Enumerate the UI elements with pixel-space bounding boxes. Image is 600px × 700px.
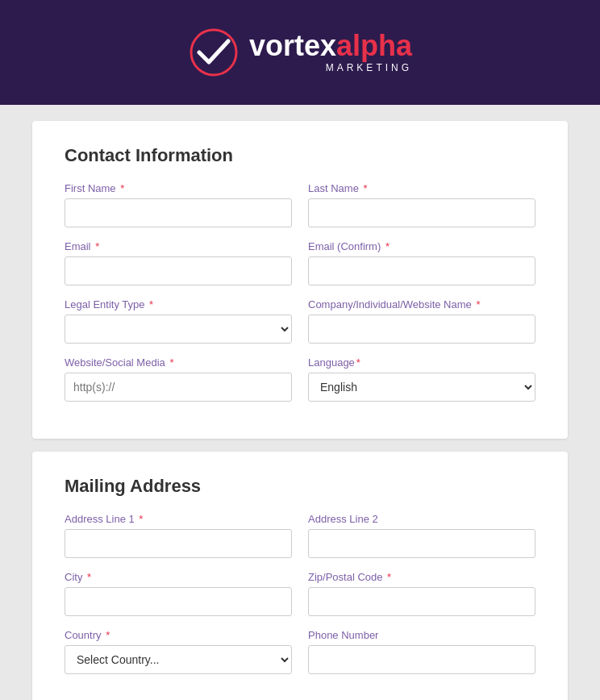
- zip-label: Zip/Postal Code *: [308, 571, 535, 583]
- email-required: *: [93, 240, 100, 252]
- company-name-label: Company/Individual/Website Name *: [308, 298, 535, 310]
- contact-information-card: Contact Information First Name * Last Na…: [32, 121, 568, 439]
- city-label: City *: [65, 571, 292, 583]
- website-language-row: Website/Social Media * Language* English…: [65, 356, 535, 402]
- email-group: Email *: [65, 240, 292, 285]
- phone-group: Phone Number: [308, 629, 535, 674]
- first-name-group: First Name *: [65, 182, 292, 227]
- address2-input[interactable]: [308, 529, 535, 558]
- language-required: *: [356, 356, 360, 369]
- email-label: Email *: [65, 240, 292, 252]
- last-name-required: *: [360, 182, 368, 194]
- city-input[interactable]: [65, 587, 292, 616]
- city-required: *: [84, 571, 91, 583]
- brand-alpha: alpha: [336, 29, 412, 62]
- city-zip-row: City * Zip/Postal Code *: [65, 571, 535, 616]
- last-name-group: Last Name *: [308, 182, 535, 227]
- language-label: Language*: [308, 356, 535, 369]
- company-name-input[interactable]: [308, 315, 535, 344]
- address1-required: *: [136, 513, 144, 525]
- country-select[interactable]: Select Country... United States Canada U…: [65, 645, 292, 674]
- address2-group: Address Line 2: [308, 513, 535, 558]
- address-row: Address Line 1 * Address Line 2: [65, 513, 535, 558]
- address2-label: Address Line 2: [308, 513, 535, 525]
- website-label: Website/Social Media *: [65, 356, 292, 369]
- logo: vortexalpha MARKETING: [188, 27, 412, 78]
- legal-entity-required: *: [147, 298, 154, 310]
- first-name-required: *: [118, 182, 125, 194]
- website-group: Website/Social Media *: [65, 356, 292, 402]
- email-confirm-label: Email (Confirm) *: [308, 240, 535, 252]
- email-confirm-required: *: [382, 240, 390, 252]
- email-row: Email * Email (Confirm) *: [65, 240, 535, 285]
- email-confirm-group: Email (Confirm) *: [308, 240, 535, 285]
- email-input[interactable]: [65, 256, 292, 285]
- website-required: *: [167, 356, 174, 369]
- first-name-label: First Name *: [65, 182, 292, 194]
- country-group: Country * Select Country... United State…: [65, 629, 292, 674]
- website-input[interactable]: [65, 373, 292, 402]
- legal-entity-label: Legal Entity Type *: [65, 298, 292, 310]
- zip-required: *: [385, 571, 392, 583]
- last-name-input[interactable]: [308, 198, 535, 227]
- address1-label: Address Line 1 *: [65, 513, 292, 525]
- phone-label: Phone Number: [308, 629, 535, 641]
- contact-section-title: Contact Information: [65, 145, 535, 166]
- address1-group: Address Line 1 *: [65, 513, 292, 558]
- email-confirm-input[interactable]: [308, 256, 535, 285]
- country-label: Country *: [65, 629, 292, 641]
- entity-row: Legal Entity Type * Individual Company C…: [65, 298, 535, 344]
- address1-input[interactable]: [65, 529, 292, 558]
- brand-vortex: vortex: [249, 29, 336, 62]
- country-required: *: [103, 629, 110, 641]
- last-name-label: Last Name *: [308, 182, 535, 194]
- phone-input[interactable]: [308, 645, 535, 674]
- logo-text: vortexalpha MARKETING: [249, 31, 412, 73]
- name-row: First Name * Last Name *: [65, 182, 535, 227]
- mailing-section-title: Mailing Address: [65, 476, 535, 497]
- brand-marketing: MARKETING: [326, 62, 412, 73]
- country-phone-row: Country * Select Country... United State…: [65, 629, 535, 674]
- legal-entity-select[interactable]: Individual Company: [65, 315, 292, 344]
- zip-input[interactable]: [308, 587, 535, 616]
- zip-group: Zip/Postal Code *: [308, 571, 535, 616]
- mailing-address-card: Mailing Address Address Line 1 * Address…: [32, 452, 568, 700]
- site-header: vortexalpha MARKETING: [0, 0, 600, 105]
- company-name-group: Company/Individual/Website Name *: [308, 298, 535, 344]
- language-select[interactable]: English Spanish French: [308, 373, 535, 402]
- company-name-required: *: [473, 298, 481, 310]
- city-group: City *: [65, 571, 292, 616]
- first-name-input[interactable]: [65, 198, 292, 227]
- page-content: Contact Information First Name * Last Na…: [0, 105, 600, 700]
- language-group: Language* English Spanish French: [308, 356, 535, 402]
- legal-entity-group: Legal Entity Type * Individual Company: [65, 298, 292, 344]
- logo-icon: [188, 27, 240, 78]
